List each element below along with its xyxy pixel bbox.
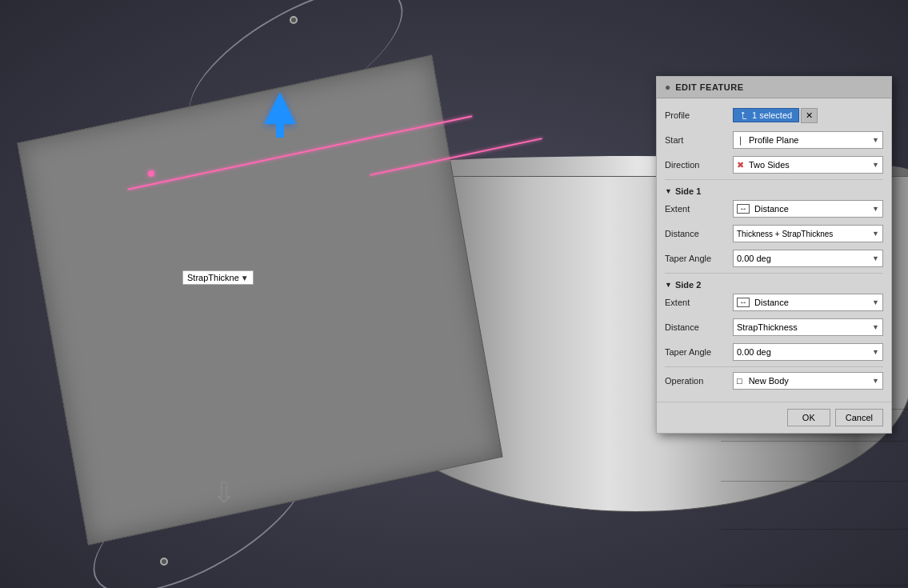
- side1-taper-arrow: ▼: [872, 254, 879, 262]
- side2-label: Side 2: [675, 280, 701, 290]
- side1-extent-arrow: ▼: [872, 205, 879, 213]
- side1-extent-label: Extent: [665, 204, 733, 214]
- side2-taper-value: 0.00 deg: [737, 347, 771, 357]
- cyl-line-4: [721, 529, 908, 530]
- dialog-header: ● EDIT FEATURE: [657, 77, 891, 98]
- side1-taper-value: 0.00 deg: [737, 254, 771, 263]
- side1-extent-control: ↔ Distance ▼: [733, 200, 883, 218]
- distance-icon-1: ↔: [737, 204, 750, 214]
- side2-section-header: ▼ Side 2: [665, 277, 883, 292]
- side2-extent-label: Extent: [665, 298, 733, 307]
- 3d-viewport[interactable]: ⇩ StrapThickne ▼ ● EDIT FEATURE Profile …: [0, 0, 908, 588]
- divider-3: [665, 366, 883, 367]
- profile-selected-text: 1 selected: [752, 110, 792, 120]
- dialog-body: Profile ⮤ 1 selected ✕ Start ❘ Prof: [657, 98, 891, 402]
- profile-selected-button[interactable]: ⮤ 1 selected: [733, 108, 799, 122]
- side2-collapse-arrow[interactable]: ▼: [665, 281, 672, 289]
- operation-row: Operation □ New Body ▼: [665, 370, 883, 391]
- direction-dropdown-text: ✖ Two Sides: [737, 160, 870, 170]
- operation-value: New Body: [749, 376, 789, 386]
- divider-1: [665, 179, 883, 180]
- start-control: ❘ Profile Plane ▼: [733, 131, 883, 149]
- side1-distance-dropdown[interactable]: Thickness + StrapThicknes ▼: [733, 225, 883, 242]
- arc-handle-top[interactable]: [290, 16, 298, 24]
- side1-taper-row: Taper Angle 0.00 deg ▼: [665, 248, 883, 269]
- profile-control: ⮤ 1 selected ✕: [733, 108, 883, 123]
- profile-row: Profile ⮤ 1 selected ✕: [665, 105, 883, 126]
- side1-extent-dropdown[interactable]: ↔ Distance ▼: [733, 200, 883, 218]
- side2-extent-dropdown[interactable]: ↔ Distance ▼: [733, 294, 883, 311]
- side1-distance-label: Distance: [665, 229, 733, 238]
- dialog-title: EDIT FEATURE: [675, 82, 743, 92]
- start-label: Start: [665, 135, 733, 145]
- start-dropdown-arrow: ▼: [872, 136, 879, 144]
- operation-label: Operation: [665, 376, 733, 386]
- edit-feature-dialog: ● EDIT FEATURE Profile ⮤ 1 selected ✕ St…: [656, 76, 892, 434]
- side1-taper-control: 0.00 deg ▼: [733, 250, 883, 267]
- start-dropdown[interactable]: ❘ Profile Plane ▼: [733, 131, 883, 149]
- two-sides-icon: ✖: [737, 160, 744, 170]
- operation-dropdown-text: □ New Body: [737, 376, 870, 386]
- side1-distance-row: Distance Thickness + StrapThicknes ▼: [665, 223, 883, 244]
- cancel-button[interactable]: Cancel: [835, 409, 883, 426]
- strap-label-text: StrapThickne: [187, 273, 239, 282]
- direction-arrow-down: ⇩: [212, 476, 236, 510]
- selection-point: [148, 170, 154, 177]
- cyl-line-5: [721, 585, 908, 586]
- direction-arrow-stem: [276, 120, 284, 138]
- cursor-icon: ⮤: [740, 110, 749, 120]
- direction-dropdown-arrow: ▼: [872, 161, 879, 169]
- start-dropdown-text: ❘ Profile Plane: [737, 135, 870, 146]
- side1-distance-arrow: ▼: [872, 230, 879, 238]
- side2-extent-control: ↔ Distance ▼: [733, 294, 883, 311]
- direction-arrow-up: [264, 92, 296, 124]
- side2-taper-row: Taper Angle 0.00 deg ▼: [665, 342, 883, 362]
- distance-icon-2: ↔: [737, 298, 750, 307]
- side2-taper-control: 0.00 deg ▼: [733, 343, 883, 361]
- direction-control: ✖ Two Sides ▼: [733, 156, 883, 174]
- operation-control: □ New Body ▼: [733, 372, 883, 390]
- side2-extent-value: Distance: [754, 298, 789, 307]
- operation-dropdown[interactable]: □ New Body ▼: [733, 372, 883, 390]
- side2-distance-control: StrapThickness ▼: [733, 318, 883, 336]
- side1-section-header: ▼ Side 1: [665, 183, 883, 198]
- side2-distance-text: StrapThickness: [737, 322, 870, 332]
- side1-label: Side 1: [675, 186, 701, 196]
- side1-distance-text: Thickness + StrapThicknes: [737, 230, 870, 238]
- strap-thickness-label[interactable]: StrapThickne ▼: [182, 270, 254, 285]
- strap-label-dropdown-arrow: ▼: [241, 274, 249, 282]
- side2-taper-arrow: ▼: [872, 348, 879, 356]
- cyl-line-3: [721, 481, 908, 482]
- side1-extent-value: Distance: [754, 204, 789, 214]
- side2-extent-text: ↔ Distance: [737, 298, 870, 307]
- start-row: Start ❘ Profile Plane ▼: [665, 130, 883, 150]
- profile-clear-button[interactable]: ✕: [801, 108, 818, 123]
- direction-row: Direction ✖ Two Sides ▼: [665, 154, 883, 175]
- new-body-icon: □: [737, 376, 742, 386]
- side1-taper-input[interactable]: 0.00 deg ▼: [733, 250, 883, 267]
- arc-handle-bottom[interactable]: [160, 558, 168, 566]
- direction-dropdown[interactable]: ✖ Two Sides ▼: [733, 156, 883, 174]
- operation-dropdown-arrow: ▼: [872, 377, 879, 385]
- side1-taper-label: Taper Angle: [665, 254, 733, 263]
- side1-collapse-arrow[interactable]: ▼: [665, 187, 672, 195]
- ok-button[interactable]: OK: [787, 409, 830, 426]
- side2-taper-input[interactable]: 0.00 deg ▼: [733, 343, 883, 361]
- side2-distance-arrow: ▼: [872, 323, 879, 331]
- side2-distance-row: Distance StrapThickness ▼: [665, 317, 883, 338]
- side2-distance-label: Distance: [665, 322, 733, 332]
- profile-label: Profile: [665, 110, 733, 120]
- dialog-footer: OK Cancel: [657, 402, 891, 433]
- side2-distance-dropdown[interactable]: StrapThickness ▼: [733, 318, 883, 336]
- side2-taper-label: Taper Angle: [665, 347, 733, 357]
- dialog-header-icon: ●: [665, 82, 670, 93]
- divider-2: [665, 273, 883, 274]
- direction-label: Direction: [665, 160, 733, 170]
- extrude-plate: [17, 55, 502, 546]
- side1-extent-row: Extent ↔ Distance ▼: [665, 198, 883, 219]
- side1-distance-control: Thickness + StrapThicknes ▼: [733, 225, 883, 242]
- side1-extent-text: ↔ Distance: [737, 204, 870, 214]
- cyl-line-2: [721, 441, 908, 442]
- direction-value: Two Sides: [749, 160, 790, 170]
- side2-extent-row: Extent ↔ Distance ▼: [665, 292, 883, 313]
